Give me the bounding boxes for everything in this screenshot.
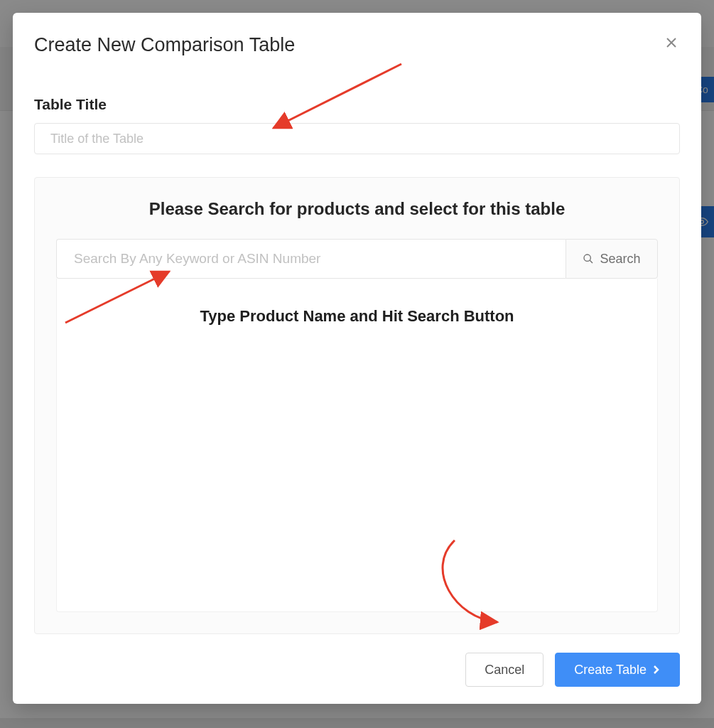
create-table-button[interactable]: Create Table [555, 653, 680, 687]
search-row: Search [56, 239, 658, 279]
search-button-label: Search [600, 252, 640, 267]
product-search-input[interactable] [56, 239, 566, 279]
cancel-button[interactable]: Cancel [465, 653, 543, 687]
create-comparison-table-modal: Create New Comparison Table Table Title … [13, 13, 701, 704]
search-icon [583, 253, 594, 264]
create-table-button-label: Create Table [574, 663, 647, 678]
table-title-label: Table Title [34, 96, 680, 113]
background-footer-strip [0, 718, 714, 728]
panel-heading: Please Search for products and select fo… [56, 199, 658, 219]
product-search-panel: Please Search for products and select fo… [34, 177, 680, 634]
chevron-right-icon [652, 665, 661, 674]
cancel-button-label: Cancel [485, 663, 524, 678]
table-title-input[interactable] [34, 123, 680, 154]
modal-header: Create New Comparison Table [34, 34, 680, 56]
search-results-area: Type Product Name and Hit Search Button [56, 279, 658, 612]
close-button[interactable] [663, 34, 680, 51]
modal-title: Create New Comparison Table [34, 34, 295, 56]
search-button[interactable]: Search [566, 239, 658, 279]
svg-point-3 [584, 255, 590, 261]
svg-line-4 [590, 260, 593, 263]
search-results-hint: Type Product Name and Hit Search Button [57, 307, 657, 326]
modal-footer: Cancel Create Table [34, 653, 680, 687]
close-icon [666, 37, 677, 48]
